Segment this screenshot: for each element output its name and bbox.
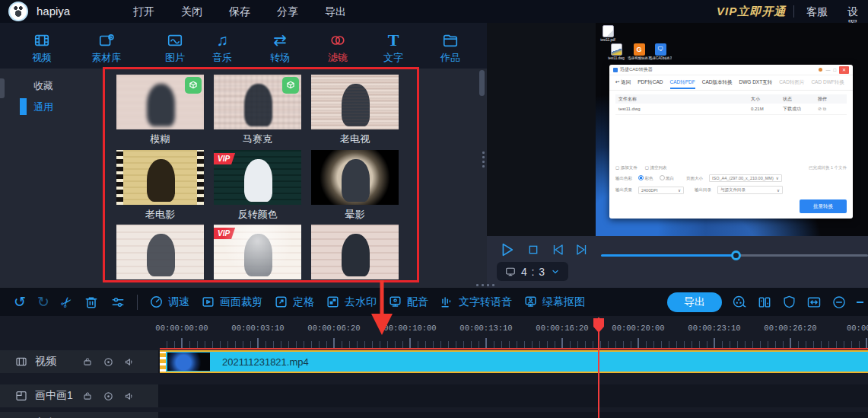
- sidebar-item-favorites[interactable]: 收藏: [33, 79, 53, 93]
- zoom-out-icon[interactable]: [831, 295, 847, 310]
- next-frame-button[interactable]: [575, 243, 589, 257]
- filter-card-old-tv[interactable]: 老电视: [311, 75, 399, 146]
- main-menu: 打开 关闭 保存 分享 导出: [133, 5, 346, 19]
- speaker-icon[interactable]: [124, 356, 135, 368]
- desktop-icon-pdf: test11.pdf: [596, 25, 619, 42]
- stop-button[interactable]: [527, 244, 539, 256]
- zoom-slider-track[interactable]: [857, 302, 863, 303]
- shield-icon[interactable]: [782, 295, 796, 309]
- scissors-icon[interactable]: ✂: [56, 292, 77, 312]
- freeze-frame-icon: [274, 295, 288, 309]
- tab-cad-to-image[interactable]: CAD转图片: [779, 79, 804, 86]
- tab-image[interactable]: 图片: [148, 29, 202, 65]
- page-size-select[interactable]: ISO_A4_(297.00_x_210.00_MM) ∨: [709, 174, 782, 182]
- crop-button[interactable]: 画面裁剪: [201, 295, 262, 309]
- tab-cad-dwf[interactable]: CAD DWF转换: [811, 79, 844, 86]
- tab-back[interactable]: ↩ 返回: [615, 79, 631, 86]
- speed-button[interactable]: 调速: [149, 295, 189, 309]
- cad-converter-window: 迅捷CAD转换器 — □ ✕ ↩ 返回 PDF转CAD CAD转PDF CAD版…: [609, 65, 853, 219]
- play-button[interactable]: [498, 241, 515, 258]
- speed-gauge-icon: [149, 295, 164, 309]
- chevron-down-icon: [551, 267, 560, 276]
- radio-color[interactable]: 彩色: [638, 175, 653, 181]
- customer-service-link[interactable]: 客服: [806, 5, 828, 19]
- sidebar-item-general[interactable]: 通用: [33, 101, 53, 114]
- collapsed-panel-edge[interactable]: [0, 78, 5, 98]
- maximize-button[interactable]: □: [833, 68, 836, 72]
- filter-card-old-film[interactable]: 老电影: [116, 150, 204, 222]
- tab-media-library[interactable]: 素材库: [80, 29, 133, 65]
- ruler-tick: 00:00:20:00: [604, 324, 672, 333]
- track-target-icon[interactable]: [103, 391, 114, 402]
- fit-width-icon[interactable]: [806, 295, 822, 310]
- dubbing-mic-icon: [388, 295, 402, 309]
- desktop-icon-dwg: test11.dwg: [605, 43, 628, 60]
- filter-card-projector[interactable]: 放映机: [116, 225, 204, 282]
- vertical-resize-handle[interactable]: [476, 284, 494, 286]
- remove-watermark-button[interactable]: 去水印: [326, 295, 377, 309]
- redo-icon[interactable]: ↻: [37, 294, 49, 311]
- video-preview-frame[interactable]: test11.pdf test11.dwg G 迅捷视频转换器 🗨 迅捷CAD转…: [596, 23, 868, 236]
- tab-cad-to-pdf[interactable]: CAD转PDF: [670, 77, 695, 89]
- topbar-divider: [793, 5, 794, 18]
- menu-close[interactable]: 关闭: [181, 5, 202, 19]
- adjust-sliders-icon[interactable]: [110, 295, 126, 310]
- tab-dwg-dxt[interactable]: DWG DXT互转: [739, 79, 772, 86]
- green-screen-button[interactable]: 绿幕抠图: [523, 295, 585, 309]
- lock-icon[interactable]: [82, 391, 93, 402]
- track-target-icon[interactable]: [103, 356, 114, 368]
- tab-filter[interactable]: 滤镜: [311, 29, 364, 65]
- tab-text[interactable]: T 文字: [367, 29, 420, 65]
- tab-video[interactable]: 视频: [15, 29, 68, 65]
- panel-resize-handle[interactable]: [482, 149, 485, 170]
- close-button[interactable]: ✕: [839, 66, 849, 74]
- menu-open[interactable]: 打开: [133, 5, 154, 19]
- track-header-video: 视频: [0, 350, 158, 373]
- trash-icon[interactable]: [84, 295, 99, 310]
- tab-music[interactable]: ♫ 音乐: [196, 29, 249, 65]
- window-tab-bar: ↩ 返回 PDF转CAD CAD转PDF CAD版本转换 DWG DXT互转 C…: [609, 75, 853, 91]
- clear-list-button[interactable]: ▢ 清空列表: [645, 165, 667, 171]
- prev-frame-button[interactable]: [551, 243, 564, 257]
- split-panels-icon[interactable]: [757, 295, 772, 310]
- timeline-clip[interactable]: 202111231821.mp4: [160, 350, 868, 373]
- add-file-button[interactable]: ▢ 添加文件: [615, 165, 637, 171]
- menu-save[interactable]: 保存: [229, 5, 250, 19]
- tab-cad-version[interactable]: CAD版本转换: [702, 79, 733, 86]
- menu-export[interactable]: 导出: [325, 5, 346, 19]
- file-table-row[interactable]: test11.dwg 0.21M 下载成功 ⊘ ⧉: [615, 104, 847, 115]
- clip-trim-handle[interactable]: [160, 352, 166, 372]
- quality-select[interactable]: 2400DPI ∨: [638, 187, 684, 194]
- aspect-ratio-dropdown[interactable]: 4 : 3: [497, 262, 568, 281]
- seek-slider-fill: [601, 254, 736, 257]
- freeze-frame-button[interactable]: 定格: [274, 295, 314, 309]
- export-button[interactable]: 导出: [667, 292, 722, 312]
- seek-slider-handle[interactable]: [731, 250, 741, 260]
- batch-convert-button[interactable]: 批量转换: [800, 199, 847, 213]
- filter-card-glow[interactable]: VIP 发光: [214, 225, 301, 282]
- vip-upgrade-link[interactable]: VIP立即开通: [717, 5, 786, 19]
- tab-works[interactable]: 作品: [424, 29, 477, 65]
- text-to-speech-button[interactable]: 文字转语音: [440, 295, 512, 309]
- menu-share[interactable]: 分享: [277, 5, 298, 19]
- filter-card-vignette[interactable]: 晕影: [311, 150, 399, 222]
- film-reel-icon[interactable]: [732, 295, 747, 310]
- dubbing-button[interactable]: 配音: [388, 295, 428, 309]
- panel-scrollbar[interactable]: [479, 70, 485, 96]
- filter-card-sharpen[interactable]: 锐化: [311, 225, 399, 282]
- tab-transition[interactable]: ⇄ 转场: [253, 29, 307, 65]
- undo-icon[interactable]: ↺: [14, 294, 26, 311]
- text-lane[interactable]: [158, 412, 868, 418]
- tab-pdf-to-cad[interactable]: PDF转CAD: [637, 79, 663, 86]
- speaker-icon[interactable]: [124, 391, 135, 402]
- filter-card-invert-color[interactable]: VIP 反转颜色: [214, 150, 301, 222]
- filter-card-blur[interactable]: 模糊: [116, 75, 204, 146]
- output-dir-select[interactable]: 与源文件目录 ∨: [717, 186, 783, 194]
- filter-card-mosaic[interactable]: 马赛克: [214, 75, 301, 146]
- seek-slider-track[interactable]: [736, 254, 868, 257]
- playhead-marker[interactable]: [593, 317, 605, 334]
- radio-bw[interactable]: 黑白: [660, 175, 675, 181]
- pip-lane[interactable]: [158, 384, 868, 407]
- lock-icon[interactable]: [82, 356, 93, 368]
- minimize-button[interactable]: —: [825, 68, 830, 72]
